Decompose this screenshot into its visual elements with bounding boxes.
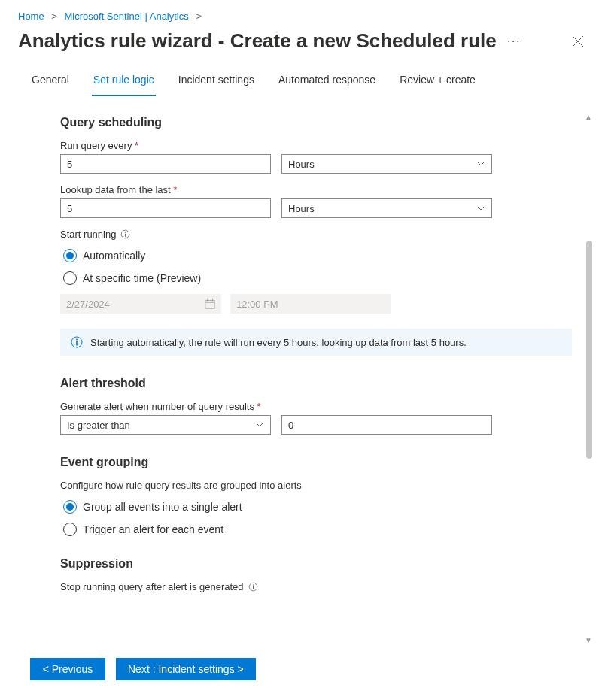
radio-specific-time-row[interactable]: At specific time (Preview) [63,271,572,285]
suppression-label: Stop running query after alert is genera… [60,581,244,592]
page-header: Analytics rule wizard - Create a new Sch… [0,26,602,66]
footer: < Previous Next : Incident settings > [30,658,256,680]
radio-specific-time-label: At specific time (Preview) [83,272,201,284]
chevron-right-icon: > [196,11,202,22]
suppression-label-row: Stop running query after alert is genera… [60,581,572,592]
threshold-operator-value: Is greater than [67,420,130,431]
tab-set-rule-logic[interactable]: Set rule logic [92,66,156,96]
start-time-value: 12:00 PM [236,298,278,310]
info-box: Starting automatically, the rule will ru… [60,329,572,356]
tabs: General Set rule logic Incident settings… [0,66,602,96]
radio-specific-time[interactable] [63,271,77,285]
calendar-icon [205,298,215,309]
chevron-down-icon [476,204,485,213]
start-running-label: Start running [60,229,116,240]
start-date-input: 2/27/2024 [60,294,221,314]
grouping-description: Configure how rule query results are gro… [60,480,572,491]
close-icon[interactable] [572,35,584,47]
start-date-value: 2/27/2024 [66,298,110,310]
run-query-value-input[interactable] [60,154,271,174]
info-icon [71,336,83,348]
radio-automatically[interactable] [63,249,77,262]
threshold-label: Generate alert when number of query resu… [60,401,572,412]
run-query-unit-select[interactable]: Hours [281,154,492,174]
tab-review-create[interactable]: Review + create [398,66,477,96]
radio-automatically-label: Automatically [83,250,145,262]
radio-group-all[interactable] [63,500,77,514]
section-event-grouping: Event grouping [60,456,572,469]
svg-point-11 [252,584,253,585]
svg-rect-9 [76,341,78,346]
info-text: Starting automatically, the rule will ru… [90,337,467,348]
svg-point-1 [125,232,126,232]
more-icon[interactable]: ··· [507,33,521,49]
chevron-down-icon [476,159,485,168]
threshold-value-input[interactable] [281,415,492,435]
breadcrumb-sentinel[interactable]: Microsoft Sentinel | Analytics [65,11,189,22]
lookup-value-input[interactable] [60,198,271,218]
section-suppression: Suppression [60,557,572,571]
chevron-right-icon: > [51,11,57,22]
threshold-operator-select[interactable]: Is greater than [60,415,271,435]
tab-automated-response[interactable]: Automated response [277,66,377,96]
radio-group-all-row[interactable]: Group all events into a single alert [63,500,572,514]
radio-trigger-each-label: Trigger an alert for each event [83,523,223,535]
page-title: Analytics rule wizard - Create a new Sch… [18,29,497,53]
scroll-down-icon[interactable]: ▼ [585,636,592,644]
breadcrumb-home[interactable]: Home [18,11,44,22]
radio-automatically-row[interactable]: Automatically [63,249,572,262]
next-button[interactable]: Next : Incident settings > [116,658,256,680]
previous-button[interactable]: < Previous [30,658,105,680]
radio-trigger-each[interactable] [63,523,77,536]
start-running-label-row: Start running [60,229,572,240]
svg-rect-2 [125,234,126,237]
run-query-unit-value: Hours [288,159,315,170]
section-alert-threshold: Alert threshold [60,377,572,390]
chevron-down-icon [255,420,264,429]
lookup-unit-select[interactable]: Hours [281,198,492,218]
section-query-scheduling: Query scheduling [60,116,572,129]
tab-incident-settings[interactable]: Incident settings [177,66,256,96]
info-icon[interactable] [120,229,130,239]
start-time-input: 12:00 PM [230,294,391,314]
run-query-label: Run query every * [60,140,572,151]
radio-trigger-each-row[interactable]: Trigger an alert for each event [63,523,572,536]
breadcrumb: Home > Microsoft Sentinel | Analytics > [0,0,602,26]
tab-general[interactable]: General [30,66,71,96]
radio-group-all-label: Group all events into a single alert [83,501,242,513]
lookup-data-label: Lookup data from the last * [60,184,572,195]
content-area: Query scheduling Run query every * Hours… [0,96,602,600]
info-icon[interactable] [248,582,258,592]
lookup-unit-value: Hours [288,203,315,214]
svg-rect-3 [205,301,214,309]
svg-point-8 [76,339,78,341]
svg-rect-12 [253,586,254,589]
